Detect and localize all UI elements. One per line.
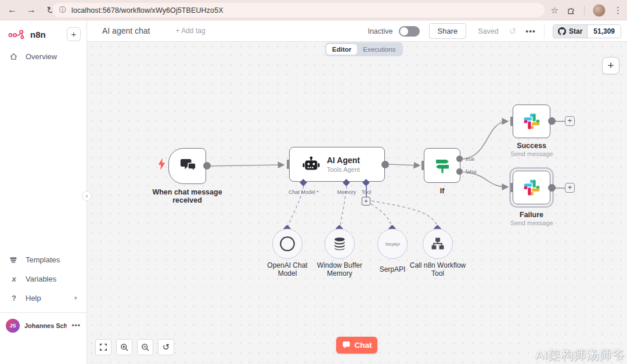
robot-icon xyxy=(302,156,320,172)
zoom-in-icon xyxy=(120,343,129,352)
trigger-lightning-icon xyxy=(157,158,166,170)
success-node[interactable] xyxy=(513,104,550,138)
home-icon xyxy=(9,53,19,61)
zoom-out-icon xyxy=(141,343,150,352)
browser-profile-avatar[interactable] xyxy=(593,4,606,17)
url-text[interactable]: localhost:5678/workflow/xWy6Oj5TBEUHzo5X xyxy=(71,6,224,15)
active-toggle[interactable] xyxy=(399,26,420,37)
sidebar-item-label: Help xyxy=(26,294,67,302)
canvas-toolbar: ↺ xyxy=(95,339,174,355)
fit-view-icon xyxy=(99,343,107,351)
call-n8n-workflow-tool-node[interactable] xyxy=(423,229,453,259)
window-buffer-memory-label: Window Buffer Memory xyxy=(308,261,372,277)
address-bar[interactable]: ⓘ localhost:5678/workflow/xWy6Oj5TBEUHzo… xyxy=(52,3,545,17)
if-node[interactable] xyxy=(424,148,460,183)
success-output-port[interactable] xyxy=(548,117,556,125)
zoom-out-button[interactable] xyxy=(137,339,153,355)
failure-node-sublabel: Send message xyxy=(503,219,561,226)
toggle-knob xyxy=(400,27,408,35)
github-star-widget[interactable]: Star 51,309 xyxy=(553,24,621,38)
sidebar-item-help[interactable]: ? Help ▾ xyxy=(0,289,87,308)
trigger-node-label: When chat message received xyxy=(145,188,229,205)
if-true-output-port[interactable] xyxy=(456,156,463,162)
chrome-divider xyxy=(584,6,585,15)
if-input-port xyxy=(421,161,424,170)
new-workflow-button[interactable]: + xyxy=(67,27,81,41)
failure-input-port xyxy=(510,183,513,192)
serpapi-node[interactable]: SerpApi xyxy=(377,229,408,259)
chat-model-port-label: Chat Model * xyxy=(289,189,319,195)
browser-toolbar: ← → ↻ ⓘ localhost:5678/workflow/xWy6Oj5T… xyxy=(0,0,627,20)
trigger-node[interactable] xyxy=(168,148,206,184)
slack-icon xyxy=(523,113,540,130)
workflow-canvas[interactable]: + When chat message received xyxy=(87,42,627,364)
star-count: 51,309 xyxy=(588,25,621,38)
failure-output-port[interactable] xyxy=(548,184,556,192)
openai-icon xyxy=(279,236,296,252)
watermark-text: AI架构师汤师爷 xyxy=(535,347,625,363)
add-tool-button[interactable]: + xyxy=(362,197,370,206)
extensions-puzzle-icon[interactable] xyxy=(567,6,576,15)
user-account-row[interactable]: JS Johannes Schn... ••• xyxy=(0,313,87,338)
user-menu-icon[interactable]: ••• xyxy=(71,322,81,330)
success-input-port xyxy=(510,117,513,126)
ai-agent-subtitle: Tools Agent xyxy=(327,166,360,173)
openai-chat-model-node[interactable] xyxy=(272,229,302,259)
sidebar-item-label: Overview xyxy=(26,52,57,61)
templates-box-icon xyxy=(9,256,19,264)
slack-icon xyxy=(523,179,540,196)
site-info-icon[interactable]: ⓘ xyxy=(59,5,66,15)
browser-forward-button[interactable]: → xyxy=(24,3,38,17)
variables-x-icon: x xyxy=(9,275,19,283)
help-question-icon: ? xyxy=(9,294,19,302)
workflow-header: AI agent chat + Add tag Inactive Share S… xyxy=(87,20,627,42)
tab-executions[interactable]: Executions xyxy=(357,44,401,55)
success-add-node-button[interactable]: + xyxy=(565,116,575,126)
reset-zoom-button[interactable]: ↺ xyxy=(158,339,174,355)
zoom-in-button[interactable] xyxy=(116,339,132,355)
if-false-label: false xyxy=(466,169,477,175)
trigger-output-port[interactable] xyxy=(203,162,211,170)
database-icon xyxy=(332,236,347,251)
tab-editor[interactable]: Editor xyxy=(326,44,357,55)
ai-agent-output-port[interactable] xyxy=(381,161,389,168)
sidebar-item-variables[interactable]: x Variables xyxy=(0,269,87,289)
ai-agent-node[interactable]: AI Agent Tools Agent xyxy=(289,147,385,182)
browser-back-button[interactable]: ← xyxy=(5,3,19,17)
memory-port-label: Memory xyxy=(337,189,356,195)
bookmark-star-icon[interactable]: ☆ xyxy=(551,5,558,16)
workflow-menu-icon[interactable]: ••• xyxy=(525,27,536,36)
fit-view-button[interactable] xyxy=(95,339,111,355)
signpost-icon xyxy=(434,157,451,174)
sidebar-item-overview[interactable]: Overview xyxy=(0,47,87,66)
window-buffer-memory-node[interactable] xyxy=(325,229,355,259)
sidebar-item-templates[interactable]: Templates xyxy=(0,250,87,269)
share-button[interactable]: Share xyxy=(429,23,467,39)
chat-button[interactable]: Chat xyxy=(336,337,377,354)
add-tag-button[interactable]: + Add tag xyxy=(176,27,206,35)
n8n-logo-text: n8n xyxy=(30,30,67,39)
sidebar-item-label: Variables xyxy=(26,275,56,283)
if-true-label: true xyxy=(466,156,475,162)
history-icon[interactable]: ↺ xyxy=(509,26,517,37)
active-status-label: Inactive xyxy=(367,27,392,35)
add-node-button[interactable]: + xyxy=(602,57,619,74)
browser-menu-icon[interactable]: ⋮ xyxy=(614,5,622,16)
header-separator xyxy=(544,24,545,38)
success-node-sublabel: Send message xyxy=(503,150,561,157)
chat-button-label: Chat xyxy=(355,341,372,349)
user-avatar: JS xyxy=(6,319,20,333)
sidebar-collapse-button[interactable]: ‹ xyxy=(82,191,92,201)
star-label: Star xyxy=(569,27,582,35)
sidebar-item-label: Templates xyxy=(26,255,60,264)
editor-tabs: Editor Executions xyxy=(325,42,403,56)
github-icon xyxy=(558,27,566,35)
workflow-title[interactable]: AI agent chat xyxy=(102,26,150,35)
saved-status: Saved xyxy=(478,27,498,35)
ai-agent-title: AI Agent xyxy=(327,156,360,165)
if-false-output-port[interactable] xyxy=(456,168,463,175)
user-name: Johannes Schn... xyxy=(24,322,67,329)
failure-add-node-button[interactable]: + xyxy=(565,183,575,193)
success-node-label: Success xyxy=(513,142,550,150)
failure-node[interactable] xyxy=(513,171,550,204)
